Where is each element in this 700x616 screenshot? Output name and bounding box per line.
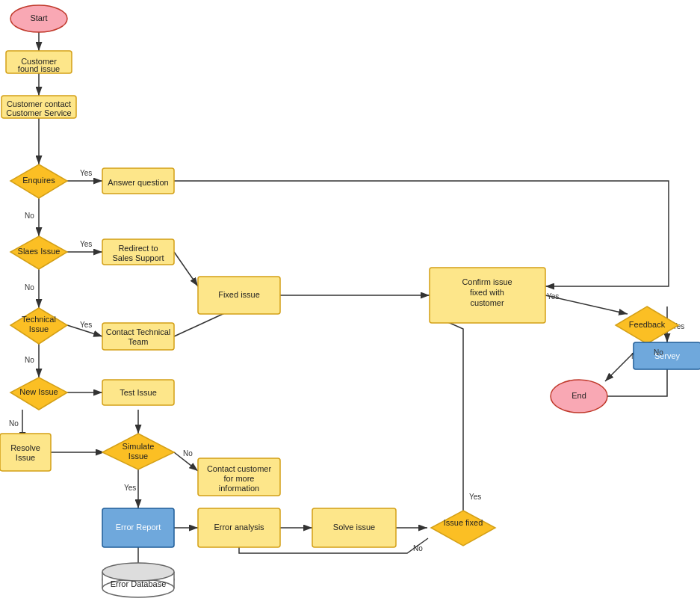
svg-text:No: No (183, 449, 193, 458)
customer-contact-label2: Customer Service (6, 108, 71, 117)
contact-technical-label2: Team (128, 337, 149, 346)
fixed-issue-label: Fixed issue (218, 290, 260, 299)
svg-text:No: No (25, 283, 34, 292)
resolve-issue-label2: Issue (16, 453, 35, 462)
svg-text:Yes: Yes (469, 493, 481, 501)
end-label: End (572, 391, 586, 400)
svg-text:No: No (25, 212, 34, 220)
customer-contact-label: Customer contact (7, 99, 71, 108)
redirect-sales-label: Redirect to (118, 244, 158, 253)
svg-text:Yes: Yes (124, 484, 136, 492)
solve-issue-label: Solve issue (333, 523, 375, 532)
issue-fixed-label: Issue fixed (444, 518, 483, 527)
svg-text:No: No (25, 356, 34, 364)
new-issue-label: New Issue (19, 387, 58, 396)
technical-label2: Issue (29, 324, 49, 333)
feedback-label: Feedback (629, 320, 666, 329)
simulate-label2: Issue (128, 452, 148, 461)
confirm-issue-label2: fixed with (470, 288, 504, 297)
error-report-label: Error Report (116, 523, 161, 532)
yes-label-feedback: Yes (547, 292, 559, 301)
svg-text:Yes: Yes (80, 321, 92, 329)
slaes-label: Slaes Issue (18, 247, 61, 256)
contact-customer-label: Contact customer (207, 464, 272, 473)
simulate-label: Simulate (123, 442, 155, 451)
svg-text:No: No (413, 544, 423, 552)
confirm-issue-label3: customer (470, 298, 504, 307)
start-label: Start (30, 13, 47, 22)
enquires-label: Enquires (22, 176, 55, 185)
svg-line-10 (174, 252, 198, 286)
answer-question-label: Answer question (108, 178, 168, 187)
contact-customer-label3: information (219, 484, 259, 493)
technical-label: Technical (22, 315, 56, 324)
svg-text:Yes: Yes (80, 240, 92, 248)
confirm-issue-label: Confirm issue (462, 277, 512, 286)
svg-text:No: No (9, 419, 19, 428)
customer-found-label2: found issue (18, 64, 60, 73)
contact-customer-label2: for more (224, 474, 255, 483)
resolve-issue-label: Resolve (10, 443, 40, 452)
no-label-feedback: No (654, 348, 663, 357)
svg-text:Yes: Yes (80, 169, 92, 177)
error-analysis-label: Error analysis (214, 523, 264, 532)
contact-technical-label: Contact Technical (106, 327, 171, 336)
svg-point-44 (102, 563, 174, 581)
error-db-label: Error Database (111, 579, 167, 588)
test-issue-label: Test Issue (120, 388, 157, 397)
issue-fixed-diamond (431, 511, 495, 546)
redirect-sales-label2: Sales Support (112, 253, 164, 262)
